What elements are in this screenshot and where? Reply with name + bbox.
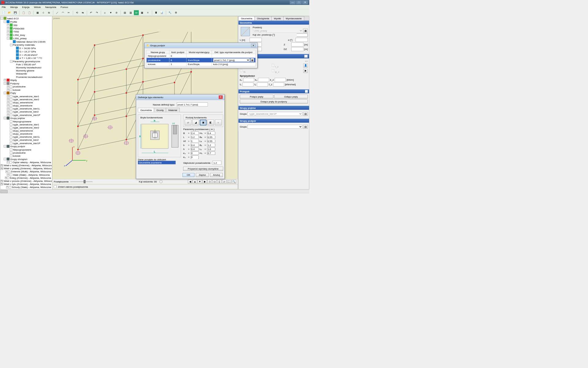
tree-node[interactable]: G = 14,17 GPa [1, 50, 51, 53]
tree-node[interactable]: -Parametry geometryczne [1, 60, 51, 63]
view-front-icon[interactable]: ▭ [212, 179, 217, 183]
tree-node[interactable]: +rygle_zewnetrzne_kier1L [1, 107, 51, 110]
snap-icon[interactable]: ⊹ [41, 10, 46, 15]
zoom-slider[interactable] [70, 181, 93, 182]
dlg2-tab-grunty[interactable]: Grunty [154, 108, 166, 112]
tree-node[interactable]: C = 25,00 kN/m³ [1, 53, 51, 56]
DZ-input[interactable] [291, 47, 303, 51]
visibility-checkbox[interactable] [3, 180, 3, 182]
visibility-checkbox[interactable] [3, 164, 3, 167]
filter-icon[interactable]: ⏚ [103, 10, 107, 15]
arc-icon[interactable]: ◠ [61, 10, 66, 15]
type-name-input[interactable] [177, 102, 208, 106]
visibility-checkbox[interactable] [10, 174, 12, 176]
tree-node[interactable]: +Śnieg (Zmienne) - Aktywna, Widoczna [1, 176, 51, 179]
visibility-checkbox[interactable] [7, 177, 9, 179]
tree-node[interactable]: rygle_zewnetrzne_kier1L [1, 136, 51, 139]
tree-node[interactable]: +rygle_zewnetrzne_kier2 [1, 110, 51, 113]
tree-node[interactable]: -Grupy prętów [1, 117, 51, 120]
expand-icon[interactable]: + [7, 30, 9, 33]
foundation-type-2[interactable]: ◢ [192, 120, 199, 125]
frame-icon[interactable]: ⧉ [47, 10, 51, 15]
visibility-checkbox[interactable] [10, 139, 12, 141]
param-Bₖ-input[interactable] [207, 144, 215, 147]
close-button[interactable]: ✕ [302, 1, 308, 4]
funnel-icon[interactable]: ▼ [108, 10, 113, 15]
menu-narzędzia[interactable]: Narzędzia [44, 5, 57, 9]
tab-wymiarowanie[interactable]: Wymiarowanie [283, 16, 304, 21]
visibility-checkbox[interactable] [10, 126, 12, 129]
cut-icon[interactable]: ✂ [66, 10, 71, 15]
tree-node[interactable]: α T = 1,00 x 10⁻⁵ /°C [1, 56, 51, 60]
param-Hₖ-input[interactable] [207, 151, 215, 155]
tree-node[interactable]: E = 34,00 GPa [1, 47, 51, 50]
dim-type-select[interactable]: prost 1.7x1.7 (proj) [213, 58, 250, 62]
calc-icon[interactable]: 🖩 [154, 10, 159, 15]
grid-icon[interactable]: ▦ [35, 10, 40, 15]
visibility-checkbox[interactable] [10, 132, 12, 135]
expand-icon[interactable]: + [1, 164, 2, 167]
visibility-checkbox[interactable] [10, 123, 12, 126]
collapse-icon[interactable]: - [4, 158, 6, 160]
view-nav-up-icon[interactable]: ▲ [193, 179, 197, 183]
tree-node[interactable]: +P550x300 [1, 27, 51, 30]
support-config-icon[interactable]: 👤 [303, 63, 308, 67]
visibility-checkbox[interactable] [10, 148, 12, 151]
tree-node[interactable]: Niepogrupowane [1, 120, 51, 123]
3d-icon[interactable]: 3D [134, 10, 139, 15]
support-config2-icon[interactable]: ▶ [303, 69, 308, 73]
tree-node[interactable]: +L550_lewy [1, 33, 51, 37]
fy-input[interactable] [257, 82, 268, 86]
tree-node[interactable]: -hala1-EC2 [1, 17, 51, 20]
tree-node[interactable]: rygle_wewnetrzne_kier1 [1, 123, 51, 126]
expand-icon[interactable]: + [5, 177, 7, 179]
view-side-icon[interactable]: ▯ [217, 179, 222, 183]
table-row[interactable]: prostokotne8EuroStopaprost 1.7x1.7 (proj… [146, 58, 255, 62]
menu-pomoc[interactable]: Pomoc [60, 5, 69, 9]
view-nav-down-icon[interactable]: ▼ [198, 179, 202, 183]
tree-node[interactable]: +Wiatr z przodu (Zmienne) - Aktywna, Wid… [1, 179, 51, 182]
layers-icon[interactable]: ≡ [145, 10, 150, 15]
L-input[interactable] [250, 38, 262, 42]
menu-edycja[interactable]: Edycja [21, 5, 30, 9]
visibility-checkbox[interactable] [10, 129, 12, 132]
zoom-range-checkbox[interactable] [54, 185, 56, 188]
copy-icon[interactable]: 📋 [21, 10, 26, 15]
fx-input[interactable] [243, 82, 254, 86]
mirror-icon[interactable]: ⇋ [80, 10, 85, 15]
tree-node[interactable]: +350 [1, 23, 51, 27]
tree-node[interactable]: rygle_wewnetrzne_kier2 [1, 126, 51, 129]
param-h-input[interactable] [191, 148, 199, 151]
visibility-checkbox[interactable] [10, 136, 12, 138]
view-iso-icon[interactable]: ◇ [207, 179, 212, 183]
dialog2-close-icon[interactable]: ✕ [219, 95, 223, 99]
param-eₓ-input[interactable] [191, 151, 199, 155]
expand-icon[interactable]: + [7, 161, 9, 163]
collapse-icon[interactable]: - [1, 17, 3, 20]
param-H₁-input[interactable] [207, 131, 215, 135]
collapse-icon[interactable]: - [10, 44, 13, 46]
foundation-type-3[interactable]: ▣ [200, 120, 207, 125]
restore-defaults-button[interactable]: Przywróć wymiary domyślne [183, 167, 223, 171]
visibility-checkbox[interactable] [8, 171, 10, 173]
tree-node[interactable]: -Parametry materiału [1, 43, 51, 46]
collapse-icon[interactable]: - [4, 21, 6, 23]
table-row[interactable]: kolowe1EuroStopakolo 2.0 (proj) [146, 62, 255, 66]
tree-node[interactable]: +Wiatr z prawej (Zmienne) - Aktywna, Wid… [1, 167, 51, 170]
support-group-manage-icon[interactable]: ▤ [303, 125, 308, 129]
tree-node[interactable]: Materiał: Beton EN C35/45 [1, 40, 51, 44]
expand-icon[interactable]: + [7, 24, 9, 26]
expand-icon[interactable]: + [7, 108, 9, 110]
tree-node[interactable]: slupy_wewnetrzne [1, 129, 51, 132]
param-L-input[interactable] [191, 136, 199, 139]
tree-node[interactable]: Promienie bezwładności [1, 75, 51, 79]
collapse-icon[interactable]: - [7, 37, 9, 40]
gears-icon[interactable]: ⚙ [173, 10, 178, 15]
menu-widok[interactable]: Widok [33, 5, 42, 9]
tree-node[interactable]: +Ciężar własny - Aktywna, Widoczna [1, 161, 51, 164]
tree-node[interactable]: kolowe [1, 154, 51, 157]
visibility-checkbox[interactable] [10, 98, 12, 101]
connect-bars-button[interactable]: Połącz pręty [240, 95, 273, 99]
bar-group-manage-icon[interactable]: ▤ [303, 112, 308, 116]
tree-node[interactable]: +T550 [1, 30, 51, 33]
